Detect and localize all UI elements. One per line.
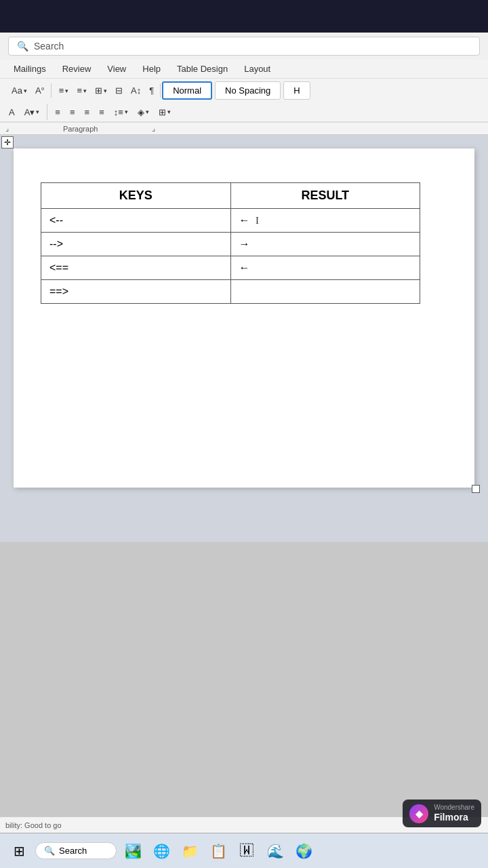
text-cursor-0: I — [256, 215, 259, 226]
taskbar-icon-teams[interactable]: 📋 — [206, 839, 230, 863]
menu-tab-layout[interactable]: Layout — [236, 60, 279, 78]
taskbar-search[interactable]: 🔍 Search — [35, 842, 117, 859]
menu-tab-tabledesign[interactable]: Table Design — [169, 60, 236, 78]
shading-btn[interactable]: ◈ — [134, 105, 152, 119]
borders-btn[interactable]: ⊞ — [155, 105, 174, 119]
filmora-brand: Wondershare — [434, 804, 474, 812]
taskbar-icon-explorer[interactable]: 📁 — [178, 839, 202, 863]
taskbar-search-icon: 🔍 — [44, 846, 55, 856]
para-label-center: Paragraph — [63, 125, 98, 133]
table-cell-keys-0[interactable]: <-- — [41, 209, 231, 233]
align-center-btn[interactable]: ≡ — [66, 105, 79, 119]
list-bullets-btn[interactable]: ≡ — [56, 83, 73, 98]
table-move-handle[interactable]: ✛ — [1, 136, 14, 149]
list-group: ≡ ≡ ⊞ ⊟ A↕ ¶ — [53, 83, 161, 98]
menu-tab-help[interactable]: Help — [134, 60, 169, 78]
search-label: Search — [34, 41, 64, 52]
table-cell-result-0[interactable]: ← I — [230, 209, 420, 233]
para-label-right: ⌟ — [152, 124, 155, 133]
table-cell-result-2[interactable]: ← — [230, 256, 420, 280]
document-area: ✛ KEYS RESULT <-- ← I --> → — [0, 135, 488, 542]
taskbar-icon-word[interactable]: 🇼 — [235, 839, 259, 863]
toolbar-row-2: A A▾ ≡ ≡ ≡ ≡ ↕≡ ◈ ⊞ — [0, 102, 488, 123]
filmora-logo-icon: ◆ — [409, 804, 428, 823]
line-spacing-btn[interactable]: ↕≡ — [110, 105, 131, 119]
table-cell-result-1[interactable]: → — [230, 233, 420, 256]
top-bar — [0, 0, 488, 33]
table-row: --> → — [41, 233, 420, 256]
font-format-btn[interactable]: A° — [32, 83, 48, 98]
paragraph-mark-btn[interactable]: ¶ — [146, 83, 157, 98]
filmora-badge: ◆ Wondershare Filmora — [403, 800, 481, 827]
style-normal-btn[interactable]: Normal — [162, 81, 212, 100]
word-table: KEYS RESULT <-- ← I --> → <== — [41, 182, 420, 304]
indent-decrease-btn[interactable]: ⊟ — [112, 83, 126, 98]
taskbar-search-label: Search — [59, 846, 87, 856]
taskbar-icon-browser1[interactable]: 🌐 — [149, 839, 174, 863]
menu-tabs: Mailings Review View Help Table Design L… — [0, 60, 488, 79]
table-header-keys: KEYS — [41, 183, 231, 209]
font-group: Aa A° — [5, 83, 52, 98]
align-justify-btn[interactable]: ≡ — [96, 105, 108, 119]
list-numbers-btn[interactable]: ≡ — [73, 83, 90, 98]
status-text: bility: Good to go — [5, 821, 62, 829]
table-cell-keys-3[interactable]: ==> — [41, 280, 231, 304]
style-nospacing-btn[interactable]: No Spacing — [215, 81, 281, 100]
font-aa-btn[interactable]: Aa — [8, 83, 30, 98]
table-cell-result-3[interactable] — [230, 280, 420, 304]
table-resize-handle[interactable] — [472, 485, 480, 493]
table-cell-keys-1[interactable]: --> — [41, 233, 231, 256]
filmora-name: Filmora — [434, 812, 474, 823]
page: ✛ KEYS RESULT <-- ← I --> → — [14, 149, 474, 488]
search-bar[interactable]: 🔍 Search — [8, 37, 480, 56]
indent-list-btn[interactable]: ⊞ — [92, 83, 110, 98]
start-button[interactable]: ⊞ — [7, 839, 31, 863]
table-header-result: RESULT — [230, 183, 420, 209]
filmora-text: Wondershare Filmora — [434, 804, 474, 823]
table-row: ==> — [41, 280, 420, 304]
table-row: <== ← — [41, 256, 420, 280]
para-label-left: ⌟ — [5, 124, 9, 133]
menu-tab-view[interactable]: View — [99, 60, 134, 78]
taskbar-icon-photo[interactable]: 🏞️ — [121, 839, 145, 863]
style-heading-btn[interactable]: H — [283, 81, 310, 100]
menu-tab-review[interactable]: Review — [54, 60, 100, 78]
align-right-btn[interactable]: ≡ — [81, 105, 94, 119]
table-row: <-- ← I — [41, 209, 420, 233]
styles-group: Normal No Spacing H — [162, 81, 310, 100]
clear-format-btn[interactable]: A — [5, 105, 18, 119]
taskbar-icon-chrome[interactable]: 🌍 — [291, 839, 316, 863]
toolbar-row-1: Aa A° ≡ ≡ ⊞ ⊟ A↕ ¶ Normal No Spacing H — [0, 79, 488, 102]
search-bar-container: 🔍 Search — [0, 33, 488, 60]
taskbar-icon-edge[interactable]: 🌊 — [263, 839, 287, 863]
para-label-row: ⌟ Paragraph ⌟ — [0, 123, 488, 135]
color-btn[interactable]: A▾ — [21, 105, 43, 119]
search-icon: 🔍 — [17, 41, 28, 52]
align-left-btn[interactable]: ≡ — [52, 105, 64, 119]
sort-btn[interactable]: A↕ — [127, 83, 144, 98]
menu-tab-mailings[interactable]: Mailings — [5, 60, 54, 78]
taskbar: ⊞ 🔍 Search 🏞️ 🌐 📁 📋 🇼 🌊 🌍 — [0, 833, 488, 868]
table-cell-keys-2[interactable]: <== — [41, 256, 231, 280]
